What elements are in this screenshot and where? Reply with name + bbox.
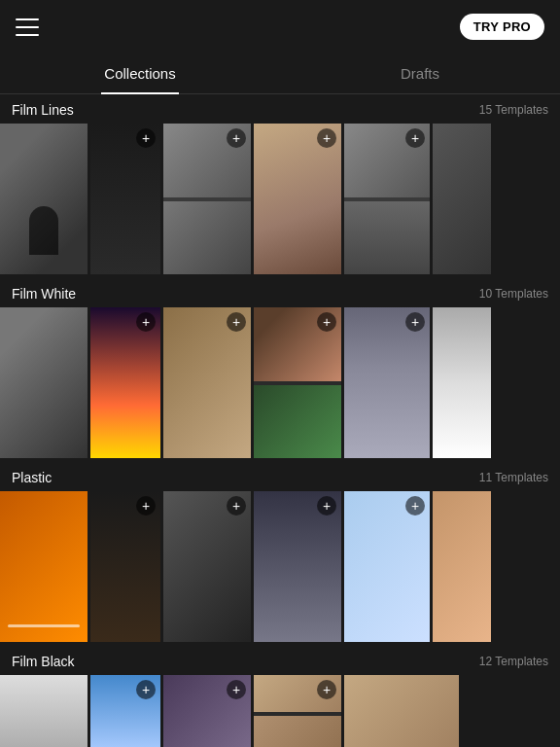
add-template-button[interactable]: + [227, 312, 246, 332]
template-item[interactable]: + [90, 675, 160, 747]
section-plastic-header: Plastic 11 Templates [0, 462, 560, 491]
add-template-button[interactable]: + [227, 496, 246, 516]
add-template-button[interactable]: + [317, 312, 336, 332]
section-film-lines-header: Film Lines 15 Templates [0, 94, 560, 124]
template-item[interactable]: + [163, 675, 251, 747]
template-item[interactable]: + [163, 491, 251, 642]
section-film-lines: Film Lines 15 Templates + + + [0, 94, 560, 274]
tabs-bar: Collections Drafts [0, 53, 560, 94]
template-item[interactable]: + [254, 307, 341, 458]
film-black-row: + + + [0, 675, 560, 747]
template-item[interactable]: + [90, 307, 160, 458]
section-film-white-header: Film White 10 Templates [0, 278, 560, 307]
section-film-white-title: Film White [12, 286, 76, 302]
template-item[interactable] [0, 124, 88, 274]
template-item[interactable]: + [344, 307, 430, 458]
menu-icon[interactable] [16, 18, 39, 36]
add-template-button[interactable]: + [136, 128, 156, 148]
template-item[interactable]: + [254, 124, 341, 274]
add-template-button[interactable]: + [317, 680, 336, 699]
try-pro-button[interactable]: TRY PRO [460, 14, 544, 40]
template-item[interactable]: + [344, 491, 430, 642]
template-item[interactable]: + [90, 491, 160, 642]
template-item[interactable]: + [344, 124, 430, 274]
template-item[interactable]: + [90, 124, 160, 274]
section-film-black-count: 12 Templates [479, 655, 548, 668]
section-plastic-count: 11 Templates [479, 471, 548, 484]
add-template-button[interactable]: + [317, 496, 336, 516]
add-template-button[interactable]: + [136, 496, 156, 516]
tab-drafts[interactable]: Drafts [280, 53, 560, 93]
template-item[interactable] [433, 307, 491, 458]
add-template-button[interactable]: + [136, 312, 156, 332]
template-item[interactable] [0, 491, 88, 642]
template-item[interactable] [433, 491, 491, 642]
section-film-black-header: Film Black 12 Templates [0, 646, 560, 675]
template-item[interactable]: + [254, 675, 341, 747]
film-lines-row: + + + + [0, 124, 560, 274]
template-item[interactable]: + [254, 491, 341, 642]
section-plastic: Plastic 11 Templates + + + + [0, 462, 560, 642]
template-item[interactable] [0, 675, 88, 747]
section-film-white-count: 10 Templates [479, 287, 548, 301]
section-plastic-title: Plastic [12, 470, 52, 485]
header: TRY PRO [0, 0, 560, 53]
section-film-white: Film White 10 Templates + + + + [0, 278, 560, 458]
add-template-button[interactable]: + [317, 128, 336, 148]
section-film-lines-count: 15 Templates [479, 103, 548, 117]
template-item[interactable] [0, 307, 88, 458]
section-film-black: Film Black 12 Templates + + + [0, 646, 560, 747]
template-item[interactable]: + [163, 124, 251, 274]
add-template-button[interactable]: + [405, 312, 425, 332]
plastic-row: + + + + [0, 491, 560, 642]
section-film-lines-title: Film Lines [12, 102, 74, 118]
add-template-button[interactable]: + [227, 128, 246, 148]
add-template-button[interactable]: + [227, 680, 246, 699]
template-item[interactable] [433, 124, 491, 274]
template-item[interactable] [344, 675, 459, 747]
add-template-button[interactable]: + [405, 128, 425, 148]
add-template-button[interactable]: + [405, 496, 425, 516]
template-item[interactable]: + [163, 307, 251, 458]
tab-collections[interactable]: Collections [0, 53, 280, 93]
add-template-button[interactable]: + [136, 680, 156, 699]
film-white-row: + + + + [0, 307, 560, 458]
section-film-black-title: Film Black [12, 654, 75, 669]
